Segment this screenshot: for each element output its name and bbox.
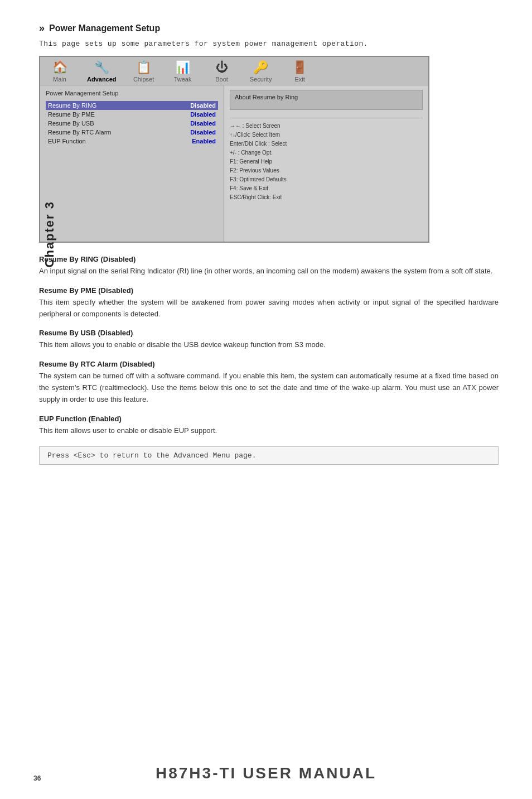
bios-main-area: Power Management Setup Resume By RINGDis… (40, 85, 428, 242)
row-label: Resume By PME (48, 111, 171, 118)
security-icon: 🔑 (253, 60, 268, 75)
bios-menu-row[interactable]: Resume By RINGDisabled (46, 101, 218, 110)
footer-title: H87H3-TI USER MANUAL (0, 764, 532, 782)
tweak-icon: 📊 (175, 60, 190, 75)
row-value: Disabled (171, 102, 216, 109)
title-text: Power Management Setup (49, 23, 160, 33)
section-body: The system can be turned off with a soft… (39, 370, 499, 405)
row-label: Resume By RTC Alarm (48, 129, 171, 136)
help-line: F4: Save & Exit (230, 184, 423, 193)
bios-section-title: Power Management Setup (46, 90, 218, 97)
press-esc-box: Press <Esc> to return to the Advanced Me… (39, 446, 499, 465)
double-arrow-icon: » (39, 22, 45, 34)
row-value: Disabled (171, 129, 216, 136)
bios-screen: 🏠Main🔧Advanced📋Chipset📊Tweak⏻Boot🔑Securi… (39, 56, 429, 243)
bios-nav-bar: 🏠Main🔧Advanced📋Chipset📊Tweak⏻Boot🔑Securi… (40, 57, 428, 85)
row-label: EUP Function (48, 138, 171, 145)
intro-text: This page sets up some parameters for sy… (39, 40, 499, 48)
bios-right-panel: About Resume by Ring →← : Select Screen↑… (224, 85, 428, 242)
section-heading: EUP Function (Enabled) (39, 415, 499, 423)
section-heading: Resume By USB (Disabled) (39, 329, 499, 337)
help-line: F3: Optimized Defaults (230, 175, 423, 184)
nav-label: Security (250, 76, 272, 83)
section-body: This item specify whether the system wil… (39, 297, 499, 320)
bios-help-divider (230, 118, 423, 118)
help-line: F1: General Help (230, 157, 423, 166)
bios-nav-item-boot[interactable]: ⏻Boot (202, 57, 241, 85)
bios-info-box: About Resume by Ring (230, 90, 423, 110)
section-body: This item allows user to enable or disab… (39, 425, 499, 437)
nav-label: Boot (215, 76, 228, 83)
advanced-icon: 🔧 (94, 60, 109, 75)
bios-menu-row[interactable]: Resume By PMEDisabled (46, 110, 218, 119)
row-label: Resume By RING (48, 102, 171, 109)
help-line: ESC/Right Click: Exit (230, 193, 423, 202)
nav-label: Exit (294, 76, 304, 83)
bios-menu-row[interactable]: Resume By RTC AlarmDisabled (46, 128, 218, 137)
bios-menu-row[interactable]: Resume By USBDisabled (46, 119, 218, 128)
help-line: F2: Previous Values (230, 166, 423, 175)
exit-icon: 🚪 (292, 60, 307, 75)
footer: H87H3-TI USER MANUAL (0, 764, 532, 782)
section-heading: Resume By PME (Disabled) (39, 286, 499, 295)
section-heading: Resume By RING (Disabled) (39, 255, 499, 263)
page-number: 36 (33, 774, 41, 782)
boot-icon: ⏻ (216, 60, 228, 75)
nav-label: Chipset (133, 76, 154, 83)
section-body: An input signal on the serial Ring Indic… (39, 266, 499, 277)
nav-label: Tweak (174, 76, 192, 83)
help-line: ↑↓/Click: Select Item (230, 131, 423, 139)
section-body: This item allows you to enable or disabl… (39, 339, 499, 351)
bios-left-panel: Power Management Setup Resume By RINGDis… (40, 85, 224, 242)
bios-nav-item-chipset[interactable]: 📋Chipset (124, 57, 163, 85)
bios-nav-item-security[interactable]: 🔑Security (241, 57, 280, 85)
page-title: » Power Management Setup (39, 22, 499, 34)
bios-menu-list: Resume By RINGDisabledResume By PMEDisab… (46, 101, 218, 146)
description-sections: Resume By RING (Disabled)An input signal… (39, 255, 499, 436)
row-label: Resume By USB (48, 120, 171, 127)
section-heading: Resume By RTC Alarm (Disabled) (39, 360, 499, 368)
bios-menu-row[interactable]: EUP FunctionEnabled (46, 137, 218, 146)
main-icon: 🏠 (52, 60, 67, 75)
bios-nav-item-tweak[interactable]: 📊Tweak (163, 57, 202, 85)
chipset-icon: 📋 (136, 60, 151, 75)
bios-nav-item-advanced[interactable]: 🔧Advanced (79, 57, 124, 85)
row-value: Enabled (171, 138, 216, 145)
bios-help-text: →← : Select Screen↑↓/Click: Select ItemE… (230, 122, 423, 202)
bios-nav-item-main[interactable]: 🏠Main (40, 57, 79, 85)
help-line: +/- : Change Opt. (230, 148, 423, 157)
bios-nav-item-exit[interactable]: 🚪Exit (280, 57, 320, 85)
nav-label: Main (53, 76, 66, 83)
chapter-label: Chapter 3 (42, 201, 65, 267)
row-value: Disabled (171, 120, 216, 127)
nav-label: Advanced (87, 76, 117, 83)
help-line: →← : Select Screen (230, 122, 423, 131)
row-value: Disabled (171, 111, 216, 118)
help-line: Enter/Dbl Click : Select (230, 139, 423, 148)
